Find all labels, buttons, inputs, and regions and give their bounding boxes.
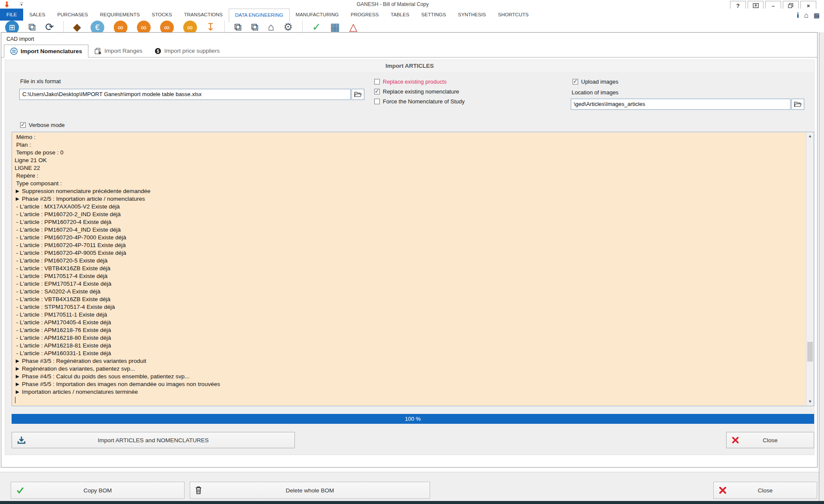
link-prices-icon[interactable]: ∞ bbox=[183, 21, 197, 32]
dialog-title: CAD import bbox=[6, 36, 34, 42]
ribbon-menu: FILESALESPURCHASESREQUIREMENTSSTOCKSTRAN… bbox=[0, 9, 824, 21]
cabinet-icon[interactable]: ▦ bbox=[330, 21, 340, 32]
browse-location-button[interactable] bbox=[791, 99, 804, 110]
upload-images-option[interactable]: Upload images bbox=[573, 77, 618, 87]
pin-ribbon-icon bbox=[753, 3, 759, 8]
tab-import-price-suppliers[interactable]: $ Import price suppliers bbox=[148, 45, 226, 57]
link-articles-icon[interactable]: ∞ bbox=[114, 21, 127, 32]
menu-tab-purchases[interactable]: PURCHASES bbox=[51, 9, 94, 21]
cad-import-dialog: CAD import Import Nomenclatures I bbox=[1, 32, 818, 468]
tab-import-nomenclatures[interactable]: Import Nomenclatures bbox=[4, 45, 88, 57]
trash-icon bbox=[195, 486, 202, 494]
menu-tab-transactions[interactable]: TRANSACTIONS bbox=[178, 9, 229, 21]
info-icon[interactable]: i bbox=[797, 11, 799, 20]
ranges-copy-icon bbox=[94, 48, 101, 54]
window-bottom-edge bbox=[0, 501, 824, 504]
menu-tab-sales[interactable]: SALES bbox=[23, 9, 51, 21]
log-scrollbar[interactable]: ▲ ▼ bbox=[806, 133, 813, 405]
calculator-caret-icon: ▾ bbox=[816, 15, 819, 18]
option-label: Replace existing nomenclature bbox=[383, 88, 459, 95]
menu-tab-settings[interactable]: SETTINGS bbox=[415, 9, 452, 21]
copy-bom-button[interactable]: Copy BOM bbox=[11, 482, 185, 499]
menu-tab-stocks[interactable]: STOCKS bbox=[146, 9, 178, 21]
link-ranges-icon[interactable]: ∞ bbox=[160, 21, 174, 32]
dialog-close-button[interactable]: Close bbox=[726, 432, 814, 448]
delete-bom-button[interactable]: Delete whole BOM bbox=[190, 482, 430, 499]
app-window: —▾ GANESH - Bill of Material Copy ? – × … bbox=[0, 0, 824, 504]
scrollbar-thumb[interactable] bbox=[807, 342, 813, 362]
refresh-icon[interactable]: ⟳ bbox=[45, 21, 54, 32]
option-force-the-nomenclature-of-study[interactable]: Force the Nomenclature of Study bbox=[374, 97, 465, 106]
bom-structure-icon[interactable]: ⧉ bbox=[28, 21, 36, 32]
copy-bom-plus-icon[interactable]: ⧉ bbox=[251, 21, 258, 32]
maintenance-icon[interactable]: ⚙ bbox=[284, 21, 293, 32]
window-right-edge bbox=[819, 32, 824, 501]
folder-open-icon bbox=[354, 91, 362, 97]
restore-icon bbox=[788, 3, 794, 8]
tab-label: Import Ranges bbox=[104, 48, 142, 54]
validate-icon[interactable]: ✓ bbox=[312, 21, 321, 32]
link-nomenclature-icon[interactable]: ∞ bbox=[137, 21, 151, 32]
copy-bom-icon[interactable]: ⧉ bbox=[234, 21, 242, 32]
import-articles-button[interactable]: Import ARTICLES and NOMENCLATURES bbox=[12, 432, 295, 448]
progress-label: 100 % bbox=[12, 414, 814, 424]
alert-icon[interactable]: △ bbox=[349, 21, 357, 32]
title-bar: —▾ GANESH - Bill of Material Copy ? – × bbox=[0, 0, 824, 9]
menu-tab-requirements[interactable]: REQUIREMENTS bbox=[94, 9, 146, 21]
ribbon-toolbar: ⊞⧉⟳◆€∞∞∞∞↧⧉⧉⌂⚙✓▦△ bbox=[0, 21, 824, 32]
menu-tab-manufacturing[interactable]: MANUFACTURING bbox=[290, 9, 345, 21]
browse-file-button[interactable] bbox=[351, 89, 364, 100]
nomenclatures-grid-icon bbox=[10, 48, 18, 55]
price-icon: $ bbox=[154, 48, 161, 54]
option-checkbox[interactable] bbox=[374, 89, 380, 94]
option-checkbox[interactable] bbox=[374, 99, 380, 104]
download-icon bbox=[17, 436, 26, 444]
home-icon[interactable]: ⌂ bbox=[804, 11, 809, 20]
option-checkbox[interactable] bbox=[374, 79, 380, 85]
copy-bom-label: Copy BOM bbox=[83, 487, 112, 494]
import-articles-label: Import ARTICLES and NOMENCLATURES bbox=[98, 437, 209, 444]
home-tools-icon[interactable]: ⌂ bbox=[268, 21, 274, 32]
euro-icon[interactable]: € bbox=[91, 21, 104, 32]
tab-label: Import Nomenclatures bbox=[21, 48, 82, 54]
option-label: Replace existing products bbox=[383, 78, 447, 85]
upload-images-checkbox[interactable] bbox=[573, 79, 578, 85]
footer-close-label: Close bbox=[758, 487, 773, 494]
menu-tab-data-engineering[interactable]: DATA ENGINEERING bbox=[229, 9, 290, 22]
check-icon bbox=[16, 487, 24, 494]
bom-copy-footer: Copy BOM Delete whole BOM Close bbox=[0, 472, 824, 501]
option-replace-existing-products[interactable]: Replace existing products bbox=[374, 77, 465, 87]
file-format-label: File in xls format bbox=[20, 78, 61, 85]
import-arrow-icon[interactable]: ↧ bbox=[206, 21, 215, 32]
dialog-close-label: Close bbox=[763, 437, 778, 444]
option-label: Force the Nomenclature of Study bbox=[383, 98, 465, 105]
log-caret bbox=[15, 397, 15, 403]
location-label: Location of images bbox=[572, 89, 618, 96]
toolbar-separator bbox=[224, 21, 225, 32]
footer-close-button[interactable]: Close bbox=[713, 482, 817, 499]
import-log[interactable]: Mémo : Plan : Temps de pose : 0 Ligne 21… bbox=[12, 132, 814, 406]
scroll-up-icon[interactable]: ▲ bbox=[806, 133, 814, 140]
menu-tab-tables[interactable]: TABLES bbox=[385, 9, 415, 21]
verbose-label: Verbose mode bbox=[29, 122, 65, 128]
articles-grid-icon[interactable]: ⊞ bbox=[5, 21, 19, 32]
file-path-input[interactable]: C:\Users\Jako\Desktop\IMPORT Ganesh\impo… bbox=[19, 89, 351, 100]
dialog-tab-bar: Import Nomenclatures Import Ranges $ Imp… bbox=[1, 45, 817, 57]
scroll-down-icon[interactable]: ▼ bbox=[806, 398, 814, 405]
ribbon-right-icons: i ⌂ ▦ ▾ bbox=[797, 11, 820, 20]
tab-import-ranges[interactable]: Import Ranges bbox=[88, 45, 148, 57]
location-input[interactable]: \ged\Articles\Images_articles bbox=[571, 99, 791, 110]
log-text: Mémo : Plan : Temps de pose : 0 Ligne 21… bbox=[15, 133, 804, 405]
menu-tab-progress[interactable]: PROGRESS bbox=[345, 9, 385, 21]
calculator-button[interactable]: ▦ ▾ bbox=[814, 12, 820, 19]
option-replace-existing-nomenclature[interactable]: Replace existing nomenclature bbox=[374, 87, 465, 97]
menu-tab-synthesis[interactable]: SYNTHESIS bbox=[452, 9, 492, 21]
tab-label: Import price suppliers bbox=[164, 48, 220, 54]
menu-tab-shortcuts[interactable]: SHORTCUTS bbox=[492, 9, 534, 21]
import-progress-bar: 100 % bbox=[12, 414, 814, 424]
verbose-mode-option[interactable]: Verbose mode bbox=[20, 120, 65, 130]
package-icon[interactable]: ◆ bbox=[73, 21, 81, 32]
menu-tab-file[interactable]: FILE bbox=[0, 9, 23, 21]
verbose-checkbox[interactable] bbox=[20, 122, 26, 128]
section-title: Import ARTICLES bbox=[5, 60, 814, 72]
